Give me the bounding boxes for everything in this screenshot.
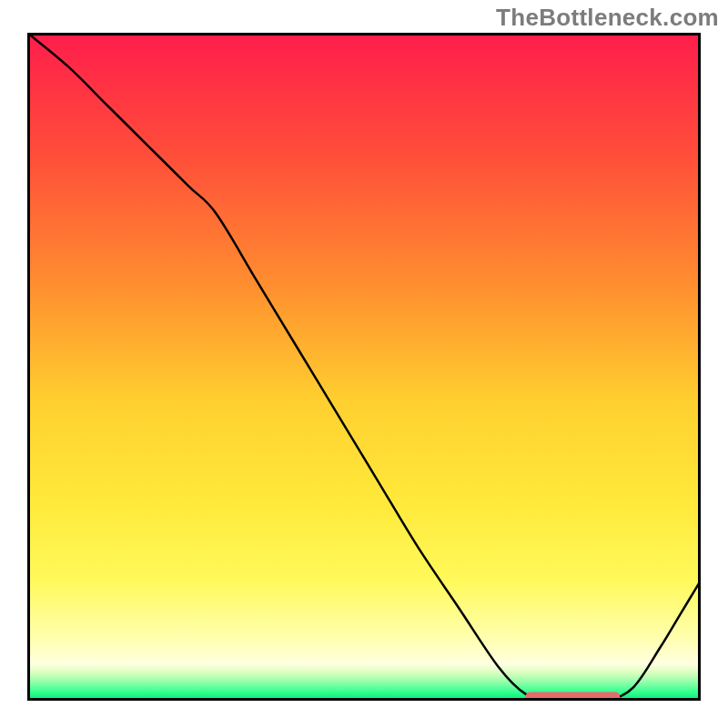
chart-root: TheBottleneck.com: [0, 0, 728, 728]
gradient-rect: [27, 33, 701, 701]
watermark-label: TheBottleneck.com: [496, 4, 719, 32]
chart-svg: [27, 33, 701, 701]
plot-area: [27, 33, 701, 701]
